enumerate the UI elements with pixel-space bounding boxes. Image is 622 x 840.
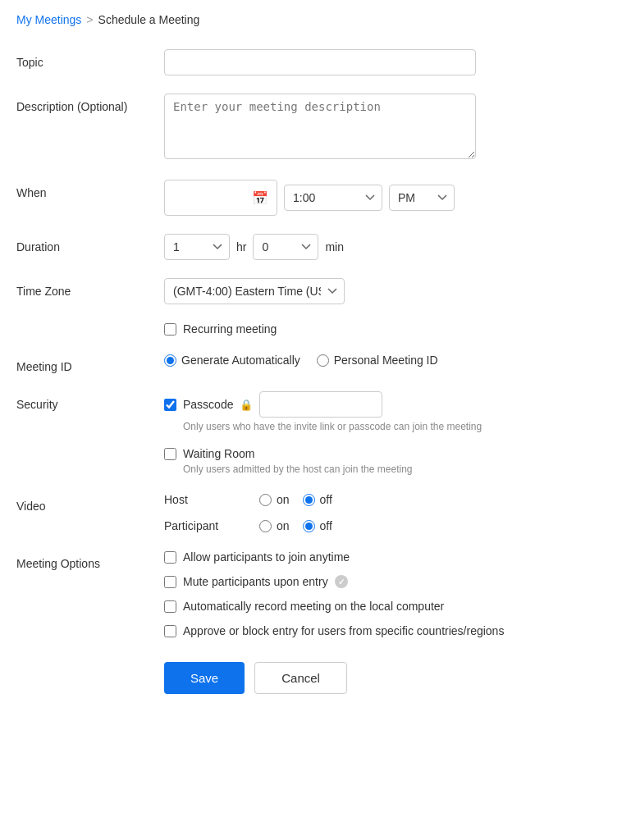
- passcode-input[interactable]: [259, 391, 382, 418]
- passcode-hint: Only users who have the invite link or p…: [183, 421, 606, 432]
- host-label: Host: [164, 493, 246, 506]
- when-control: 06/15/2021 📅 1:00 1:30 2:00 AM PM: [164, 180, 606, 216]
- calendar-icon[interactable]: 📅: [252, 190, 268, 206]
- topic-label: Topic: [16, 49, 164, 69]
- meeting-id-auto-radio[interactable]: [164, 354, 176, 367]
- when-label: When: [16, 180, 164, 199]
- meeting-id-personal-label[interactable]: Personal Meeting ID: [317, 354, 438, 367]
- meeting-id-label: Meeting ID: [16, 354, 164, 373]
- participant-off-label[interactable]: off: [303, 519, 332, 532]
- lock-icon: 🔒: [240, 399, 253, 411]
- host-off-label[interactable]: off: [303, 493, 332, 506]
- video-label: Video: [16, 493, 164, 513]
- option3-text: Automatically record meeting on the loca…: [183, 600, 444, 613]
- option1-checkbox[interactable]: [164, 551, 176, 564]
- recurring-row: Recurring meeting: [164, 322, 606, 336]
- meeting-id-personal-radio[interactable]: [317, 354, 329, 367]
- participant-on-label[interactable]: on: [259, 519, 290, 532]
- duration-hr-select[interactable]: 1 2 3 4: [164, 234, 230, 260]
- description-row: Description (Optional): [16, 94, 606, 162]
- security-row: Security Passcode 🔒 Only users who have …: [16, 391, 606, 475]
- recurring-label[interactable]: Recurring meeting: [164, 322, 277, 336]
- host-on-radio[interactable]: [259, 494, 272, 506]
- button-row: Save Cancel: [164, 662, 606, 694]
- host-on-text: on: [277, 493, 290, 506]
- timezone-control: (GMT-4:00) Eastern Time (US & (GMT-5:00)…: [164, 278, 606, 304]
- waiting-room-label[interactable]: Waiting Room: [164, 447, 606, 460]
- cancel-button[interactable]: Cancel: [254, 662, 347, 694]
- option1-label[interactable]: Allow participants to join anytime: [164, 550, 350, 564]
- timezone-label: Time Zone: [16, 278, 164, 298]
- duration-control: 1 2 3 4 hr 0 15 30 45 min: [164, 234, 606, 260]
- option2-text: Mute participants upon entry: [183, 575, 328, 588]
- waiting-room-hint: Only users admitted by the host can join…: [183, 463, 606, 475]
- meeting-id-auto-label[interactable]: Generate Automatically: [164, 354, 300, 367]
- meeting-options-control: Allow participants to join anytime Mute …: [164, 550, 606, 637]
- meeting-id-row: Meeting ID Generate Automatically Person…: [16, 354, 606, 373]
- save-button[interactable]: Save: [164, 662, 245, 694]
- breadcrumb: My Meetings > Schedule a Meeting: [16, 13, 606, 26]
- min-label: min: [325, 240, 344, 253]
- option4-checkbox[interactable]: [164, 625, 176, 637]
- description-textarea[interactable]: [164, 94, 476, 159]
- hr-label: hr: [236, 240, 246, 253]
- passcode-label-text: Passcode: [183, 398, 233, 411]
- waiting-room-checkbox[interactable]: [164, 448, 176, 460]
- recurring-text: Recurring meeting: [183, 322, 277, 336]
- passcode-checkbox[interactable]: [164, 399, 176, 411]
- description-label: Description (Optional): [16, 94, 164, 113]
- topic-control: My Meeting: [164, 49, 606, 75]
- topic-row: Topic My Meeting: [16, 49, 606, 75]
- video-control: Host on off Participant: [164, 493, 606, 532]
- waiting-room-text: Waiting Room: [183, 447, 254, 460]
- option1-text: Allow participants to join anytime: [183, 550, 350, 564]
- option4-text: Approve or block entry for users from sp…: [183, 624, 504, 637]
- recurring-checkbox[interactable]: [164, 323, 176, 336]
- description-control: [164, 94, 606, 162]
- timezone-select[interactable]: (GMT-4:00) Eastern Time (US & (GMT-5:00)…: [164, 278, 345, 304]
- breadcrumb-current: Schedule a Meeting: [98, 13, 200, 26]
- participant-label: Participant: [164, 519, 246, 532]
- participant-off-text: off: [320, 519, 332, 532]
- topic-input[interactable]: My Meeting: [164, 49, 476, 75]
- passcode-checkbox-label[interactable]: Passcode: [164, 398, 233, 411]
- option3-checkbox[interactable]: [164, 600, 176, 613]
- duration-row: Duration 1 2 3 4 hr 0 15 30 45 min: [16, 234, 606, 260]
- date-input-wrapper: 06/15/2021 📅: [164, 180, 277, 216]
- participant-on-text: on: [277, 519, 290, 532]
- participant-on-radio[interactable]: [259, 520, 272, 532]
- timezone-row: Time Zone (GMT-4:00) Eastern Time (US & …: [16, 278, 606, 304]
- ampm-select[interactable]: AM PM: [389, 185, 455, 211]
- host-on-label[interactable]: on: [259, 493, 290, 506]
- option2-info-icon[interactable]: ✓: [335, 575, 348, 588]
- duration-label: Duration: [16, 234, 164, 253]
- duration-min-select[interactable]: 0 15 30 45: [253, 234, 318, 260]
- option2-label[interactable]: Mute participants upon entry: [164, 575, 328, 588]
- date-input[interactable]: 06/15/2021: [173, 185, 247, 210]
- breadcrumb-separator: >: [86, 13, 93, 26]
- option3-label[interactable]: Automatically record meeting on the loca…: [164, 600, 444, 613]
- security-label: Security: [16, 391, 164, 411]
- host-off-text: off: [320, 493, 332, 506]
- meeting-id-auto-text: Generate Automatically: [181, 354, 300, 367]
- time-select[interactable]: 1:00 1:30 2:00: [284, 185, 382, 211]
- when-row: When 06/15/2021 📅 1:00 1:30 2:00 AM PM: [16, 180, 606, 216]
- participant-off-radio[interactable]: [303, 520, 315, 532]
- meeting-options-row: Meeting Options Allow participants to jo…: [16, 550, 606, 637]
- video-row: Video Host on off Participant: [16, 493, 606, 532]
- option4-label[interactable]: Approve or block entry for users from sp…: [164, 624, 504, 637]
- host-off-radio[interactable]: [303, 494, 315, 506]
- breadcrumb-my-meetings[interactable]: My Meetings: [16, 13, 81, 26]
- meeting-options-label: Meeting Options: [16, 550, 164, 570]
- option2-checkbox[interactable]: [164, 576, 176, 588]
- meeting-id-control: Generate Automatically Personal Meeting …: [164, 354, 606, 367]
- meeting-id-personal-text: Personal Meeting ID: [334, 354, 438, 367]
- security-control: Passcode 🔒 Only users who have the invit…: [164, 391, 606, 475]
